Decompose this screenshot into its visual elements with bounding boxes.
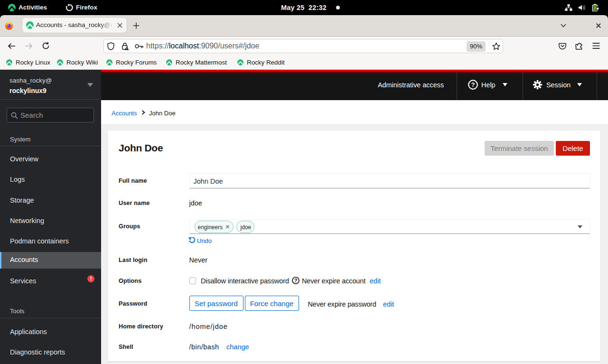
svg-text:?: ? xyxy=(294,278,298,283)
svg-text:?: ? xyxy=(471,82,475,88)
